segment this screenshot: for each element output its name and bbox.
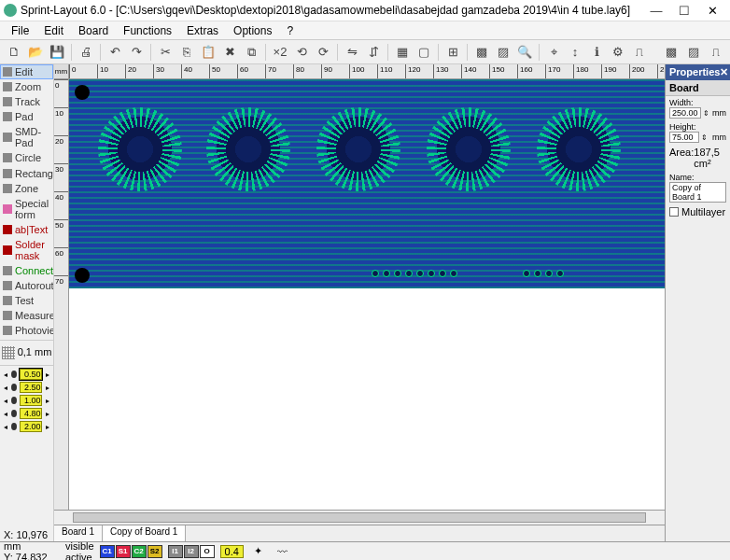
- size-inc[interactable]: ▸: [45, 397, 50, 404]
- gear-button[interactable]: ⚙: [608, 42, 628, 63]
- size-dec[interactable]: ◂: [3, 397, 8, 404]
- tool-autoroute[interactable]: Autoroute: [0, 278, 53, 293]
- tool-special-form[interactable]: Special form: [0, 196, 53, 222]
- tool-zoom[interactable]: Zoom: [0, 79, 53, 94]
- layer-c1[interactable]: C1: [100, 545, 115, 558]
- redo-button[interactable]: ↷: [126, 42, 147, 63]
- zoom-sel-button[interactable]: 🔍: [514, 42, 535, 63]
- snap-button[interactable]: ⊞: [442, 42, 463, 63]
- size-inc[interactable]: ▸: [45, 423, 50, 430]
- tool-text[interactable]: ab|Text: [0, 222, 53, 237]
- tab-board-1[interactable]: Board 1: [54, 525, 103, 541]
- print-button[interactable]: 🖨: [76, 42, 96, 63]
- group-button[interactable]: ▦: [392, 42, 413, 63]
- open-button[interactable]: 📂: [25, 42, 46, 63]
- tool-connections[interactable]: Connections: [0, 263, 53, 278]
- maximize-button[interactable]: ☐: [670, 1, 698, 20]
- info-button[interactable]: ℹ: [586, 42, 607, 63]
- dup-button[interactable]: ⧉: [241, 42, 261, 63]
- tool-zone[interactable]: Zone: [0, 181, 53, 196]
- save-button[interactable]: 💾: [47, 42, 67, 63]
- edit-icon: [3, 67, 12, 77]
- tool-sidebar: EditZoomTrackPadSMD-PadCircleRectangle▾Z…: [0, 64, 54, 541]
- width-spinner[interactable]: ⇕: [703, 109, 710, 118]
- new-button[interactable]: 🗋: [4, 42, 24, 63]
- crosshair-icon[interactable]: ✦: [249, 544, 268, 559]
- size-dec[interactable]: ◂: [3, 371, 8, 378]
- tool-edit[interactable]: Edit: [0, 64, 53, 79]
- tracksize-display[interactable]: 0.4: [220, 545, 244, 558]
- hash-r1-button[interactable]: ▩: [661, 42, 681, 63]
- close-button[interactable]: ✕: [698, 1, 726, 20]
- size-dec[interactable]: ◂: [3, 410, 8, 417]
- rotate-l-button[interactable]: ⟲: [291, 42, 312, 63]
- menu-edit[interactable]: Edit: [36, 22, 71, 39]
- pcb-canvas[interactable]: [69, 79, 665, 510]
- size-inc[interactable]: ▸: [45, 384, 50, 391]
- mirror-icon[interactable]: 〰: [274, 544, 292, 559]
- name-input[interactable]: Copy of Board 1: [669, 182, 726, 203]
- size-value[interactable]: 2.00: [20, 421, 42, 432]
- layer-switches: C1 S1 C2 S2: [100, 545, 162, 558]
- delete-button[interactable]: ✖: [219, 42, 240, 63]
- mirror-h-button[interactable]: ⇋: [342, 42, 362, 63]
- size-inc[interactable]: ▸: [45, 371, 50, 378]
- width-label: Width:: [669, 98, 726, 107]
- layer-o[interactable]: O: [200, 545, 215, 558]
- rotate-r-button[interactable]: ⟳: [313, 42, 333, 63]
- width-input[interactable]: 250.00: [669, 107, 701, 119]
- ungroup-button[interactable]: ▢: [414, 42, 434, 63]
- tool-test[interactable]: Test: [0, 293, 53, 308]
- height-input[interactable]: 75.00: [669, 132, 699, 143]
- size-inc[interactable]: ▸: [45, 410, 50, 417]
- menu-help[interactable]: ?: [279, 22, 301, 39]
- tool-measure[interactable]: Measure: [0, 308, 53, 323]
- multilayer-checkbox[interactable]: Multilayer: [666, 204, 730, 219]
- gate-r-button[interactable]: ⎍: [706, 42, 726, 63]
- x2-button[interactable]: ×2: [270, 42, 290, 63]
- hash-r2-button[interactable]: ▨: [683, 42, 704, 63]
- copy-button[interactable]: ⎘: [176, 42, 197, 63]
- scrollbar-horizontal[interactable]: [54, 510, 665, 525]
- height-spinner[interactable]: ⇕: [701, 133, 710, 142]
- target-button[interactable]: ⌖: [543, 42, 564, 63]
- tool-rectangle[interactable]: Rectangle▾: [0, 165, 53, 181]
- layer-i1[interactable]: I1: [168, 545, 183, 558]
- solder-mask-icon: [3, 245, 12, 255]
- menu-board[interactable]: Board: [71, 22, 116, 39]
- menu-extras[interactable]: Extras: [179, 22, 226, 39]
- layer-s2[interactable]: S2: [147, 545, 162, 558]
- menu-functions[interactable]: Functions: [116, 22, 179, 39]
- tool-solder-mask[interactable]: Solder mask: [0, 237, 53, 263]
- size-value[interactable]: 2.50: [20, 382, 42, 393]
- tool-circle[interactable]: Circle: [0, 150, 53, 165]
- minimize-button[interactable]: —: [642, 1, 670, 20]
- tool-smd-pad[interactable]: SMD-Pad: [0, 124, 53, 150]
- size-value[interactable]: 4.80: [20, 408, 42, 419]
- size-dec[interactable]: ◂: [3, 384, 8, 391]
- undo-button[interactable]: ↶: [105, 42, 125, 63]
- tool-track[interactable]: Track: [0, 94, 53, 109]
- layer-s1[interactable]: S1: [116, 545, 131, 558]
- size-row-2: ◂1.00▸: [0, 394, 53, 407]
- properties-close-icon[interactable]: ✕: [720, 66, 728, 78]
- tab-copy-of-board-1[interactable]: Copy of Board 1: [103, 525, 186, 541]
- hash1-button[interactable]: ▩: [471, 42, 492, 63]
- size-value[interactable]: 1.00: [20, 395, 42, 406]
- menu-file[interactable]: File: [4, 22, 36, 39]
- paste-button[interactable]: 📋: [198, 42, 218, 63]
- hash2-button[interactable]: ▨: [493, 42, 513, 63]
- mirror-v-button[interactable]: ⇵: [363, 42, 384, 63]
- tool-pad[interactable]: Pad: [0, 109, 53, 124]
- tool-photoview[interactable]: Photoview: [0, 323, 53, 338]
- grid-size-button[interactable]: 0,1 mm: [0, 343, 53, 363]
- menu-options[interactable]: Options: [226, 22, 279, 39]
- size-value[interactable]: 0.50: [20, 369, 42, 380]
- layer-i2[interactable]: I2: [184, 545, 199, 558]
- layer-c2[interactable]: C2: [132, 545, 147, 558]
- dim-y-button[interactable]: ↕: [565, 42, 585, 63]
- cut-button[interactable]: ✂: [155, 42, 175, 63]
- toolbar: 🗋📂💾🖨↶↷✂⎘📋✖⧉×2⟲⟳⇋⇵▦▢⊞▩▨🔍⌖↕ℹ⚙⎍ ▩▨⎍: [0, 40, 730, 64]
- size-dec[interactable]: ◂: [3, 423, 8, 430]
- gate-button[interactable]: ⎍: [629, 42, 650, 63]
